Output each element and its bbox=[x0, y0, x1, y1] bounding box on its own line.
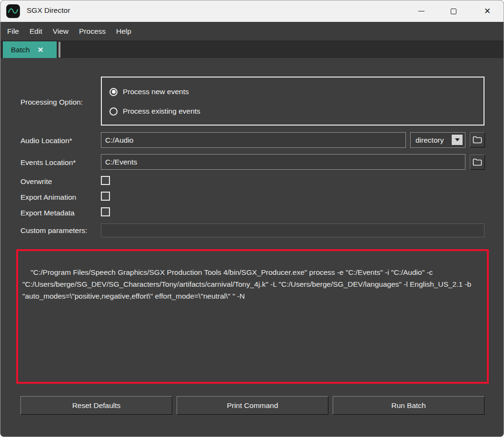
menu-file[interactable]: File bbox=[7, 27, 19, 36]
radio-row-new-events[interactable]: Process new events bbox=[109, 87, 189, 96]
export-animation-checkbox[interactable] bbox=[101, 192, 110, 201]
custom-parameters-label: Custom parameters: bbox=[20, 226, 87, 235]
titlebar: SGX Director ✕ bbox=[0, 0, 504, 22]
minimize-icon bbox=[418, 11, 425, 11]
radio-row-existing-events[interactable]: Process existing events bbox=[109, 107, 200, 116]
processing-option-label: Processing Option: bbox=[20, 98, 83, 107]
app-icon bbox=[6, 4, 20, 18]
overwrite-label: Overwrite bbox=[20, 177, 52, 186]
tab-close-icon[interactable]: ✕ bbox=[38, 46, 44, 54]
tab-divider bbox=[59, 42, 60, 58]
command-preview-box[interactable]: "C:/Program Files/Speech Graphics/SGX Pr… bbox=[16, 249, 489, 384]
menu-view[interactable]: View bbox=[53, 27, 69, 36]
window-title: SGX Director bbox=[27, 6, 70, 15]
events-location-label: Events Location* bbox=[20, 158, 76, 167]
path-type-value: directory bbox=[415, 136, 444, 145]
close-button[interactable]: ✕ bbox=[476, 0, 498, 22]
command-preview-text: "C:/Program Files/Speech Graphics/SGX Pr… bbox=[22, 268, 474, 300]
run-batch-button[interactable]: Run Batch bbox=[333, 396, 484, 415]
minimize-button[interactable] bbox=[410, 0, 432, 22]
audio-location-label: Audio Location* bbox=[20, 136, 72, 145]
chevron-down-icon bbox=[455, 138, 460, 141]
audio-browse-button[interactable] bbox=[470, 132, 485, 147]
tab-bar: Batch ✕ bbox=[0, 41, 504, 58]
menu-help[interactable]: Help bbox=[116, 27, 131, 36]
folder-icon bbox=[473, 158, 482, 166]
radio-process-existing-events[interactable] bbox=[109, 107, 118, 116]
menu-process[interactable]: Process bbox=[79, 27, 106, 36]
events-browse-button[interactable] bbox=[470, 155, 485, 170]
reset-defaults-button[interactable]: Reset Defaults bbox=[20, 396, 172, 415]
dropdown-arrow-button[interactable] bbox=[451, 134, 463, 146]
radio-process-new-events-label: Process new events bbox=[123, 87, 189, 96]
export-metadata-label: Export Metadata bbox=[20, 209, 75, 217]
custom-parameters-input[interactable] bbox=[101, 223, 484, 237]
processing-option-group: Process new events Process existing even… bbox=[101, 77, 484, 126]
close-icon: ✕ bbox=[484, 7, 491, 15]
folder-icon bbox=[473, 136, 482, 144]
tab-batch[interactable]: Batch ✕ bbox=[3, 41, 57, 58]
export-metadata-checkbox[interactable] bbox=[101, 207, 110, 216]
menu-bar: File Edit View Process Help bbox=[0, 22, 504, 41]
maximize-icon bbox=[451, 9, 456, 14]
radio-process-new-events[interactable] bbox=[109, 88, 118, 96]
menu-edit[interactable]: Edit bbox=[30, 27, 42, 36]
maximize-button[interactable] bbox=[443, 0, 464, 22]
tab-batch-label: Batch bbox=[11, 46, 30, 54]
sgx-director-window: SGX Director ✕ File Edit View Process He… bbox=[0, 0, 504, 437]
radio-process-existing-events-label: Process existing events bbox=[123, 107, 200, 116]
path-type-dropdown[interactable]: directory bbox=[410, 132, 465, 148]
overwrite-checkbox[interactable] bbox=[101, 176, 110, 185]
audio-location-input[interactable] bbox=[101, 132, 406, 148]
export-animation-label: Export Animation bbox=[20, 193, 76, 202]
print-command-button[interactable]: Print Command bbox=[177, 396, 328, 415]
events-location-input[interactable] bbox=[101, 154, 465, 170]
